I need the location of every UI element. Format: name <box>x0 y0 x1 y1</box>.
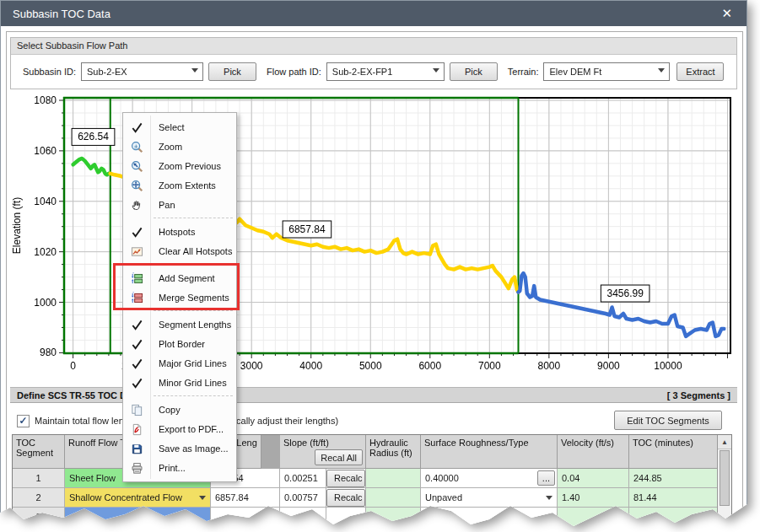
segment-number-cell: 2 <box>13 488 65 508</box>
menu-item-label: Print... <box>159 463 186 473</box>
subbasin-id-select[interactable]: Sub-2-EX <box>81 62 203 81</box>
menu-item-hotspots[interactable]: Hotspots <box>123 222 236 241</box>
runoff-flow-type-cell[interactable] <box>65 508 211 527</box>
runoff-flow-type-cell[interactable]: Shallow Concentrated Flow <box>65 488 211 508</box>
menu-item-copy[interactable]: Copy <box>123 400 236 419</box>
flow-path-id-select[interactable]: Sub-2-EX-FP1 <box>326 62 445 81</box>
toc-section-header: Define SCS TR-55 TOC Data [ 3 Segments ] <box>10 387 737 403</box>
menu-item-zoom-extents[interactable]: Zoom Extents <box>123 175 236 195</box>
svg-text:1080: 1080 <box>34 94 57 106</box>
zoom-icon: ± <box>130 140 143 153</box>
svg-text:Elevation (ft): Elevation (ft) <box>11 197 23 254</box>
slope-value[interactable]: 0.00251 <box>280 469 326 487</box>
highlight-annotation <box>113 263 240 310</box>
flow-length-cell[interactable]: 6857.84 <box>211 488 280 508</box>
col-header-toc-minutes: TOC (minutes) <box>629 435 718 469</box>
extract-button[interactable]: Extract <box>676 62 724 81</box>
terrain-select[interactable]: Elev DEM Ft <box>543 62 670 81</box>
recalc-button[interactable]: Recalc <box>326 470 365 487</box>
svg-text:1000: 1000 <box>34 297 57 309</box>
pick-subbasin-button[interactable]: Pick <box>208 62 256 81</box>
menu-item-pan[interactable]: Pan <box>123 195 236 214</box>
recalc-button[interactable]: Recalc <box>326 489 365 507</box>
toc-minutes-cell: 81.44 <box>629 488 718 508</box>
slope-cell <box>280 508 366 527</box>
menu-item-label: Minor Grid Lines <box>159 378 227 388</box>
col-header-surface-roughness: Surface Roughness/Type <box>421 435 558 469</box>
chevron-down-icon <box>191 68 198 73</box>
menu-item-clear-all-hotspots[interactable]: Clear All Hotspots <box>123 241 236 261</box>
groupbox-title: Select Subbasin Flow Path <box>11 38 736 55</box>
svg-text:0: 0 <box>70 360 76 372</box>
pan-icon <box>130 198 143 212</box>
hydraulic-radius-cell <box>366 488 421 508</box>
col-header-toc-segment: TOC Segment <box>13 435 65 469</box>
svg-text:1020: 1020 <box>34 246 57 258</box>
maintain-length-row: ✓ Maintain total flow length (segments w… <box>10 408 737 433</box>
velocity-cell <box>558 508 629 527</box>
flow-length-cell[interactable] <box>211 508 280 527</box>
menu-item-select[interactable]: Select <box>123 117 236 137</box>
browse-ellipsis-button[interactable]: ... <box>537 470 555 486</box>
menu-item-label: Pan <box>159 200 175 210</box>
scrollbar-thumb[interactable] <box>720 450 730 506</box>
table-scrollbar[interactable]: ▲ <box>717 435 731 527</box>
maintain-length-checkbox[interactable]: ✓ <box>17 415 30 427</box>
svg-text:±: ± <box>133 142 137 149</box>
terrain-label: Terrain: <box>508 67 539 77</box>
chart-canvas: 0100020003000400050006000700080009000100… <box>8 89 739 384</box>
toc-table-header: TOC Segment Runoff Flow Type Flow Length… <box>13 435 718 469</box>
slope-value[interactable]: 0.00757 <box>280 488 326 507</box>
menu-separator <box>123 214 236 222</box>
recal-all-button[interactable]: Recal All <box>315 449 363 465</box>
svg-text:980: 980 <box>40 347 57 358</box>
surface-roughness-cell[interactable] <box>421 508 558 527</box>
table-row: 2Shallow Concentrated Flow6857.840.00757… <box>13 488 718 508</box>
menu-item-label: Export to PDF... <box>159 424 224 434</box>
scroll-up-icon[interactable]: ▲ <box>718 435 731 449</box>
slope-value[interactable] <box>280 508 326 526</box>
menu-item-major-grid-lines[interactable]: Major Grid Lines <box>123 353 236 373</box>
menu-item-minor-grid-lines[interactable]: Minor Grid Lines <box>123 373 236 392</box>
zoom-previous-icon <box>130 159 143 173</box>
svg-text:3000: 3000 <box>240 360 263 372</box>
menu-item-label: Major Grid Lines <box>159 358 227 368</box>
menu-item-zoom[interactable]: ±Zoom <box>123 137 236 156</box>
toc-minutes-cell: 244.85 <box>629 469 718 488</box>
svg-text:7000: 7000 <box>478 360 501 372</box>
svg-text:9000: 9000 <box>597 360 620 372</box>
menu-item-zoom-previous[interactable]: Zoom Previous <box>123 156 236 175</box>
menu-item-save-as-image[interactable]: Save as Image... <box>123 438 236 458</box>
menu-item-label: Copy <box>159 405 181 415</box>
chevron-down-icon <box>546 496 552 500</box>
svg-text:1060: 1060 <box>34 145 57 157</box>
table-row: 1Sheet Flow626.540.00251Recalc0.40000...… <box>13 469 718 488</box>
pdf-icon <box>130 422 143 436</box>
svg-text:10000: 10000 <box>654 360 682 372</box>
menu-item-label: Plot Border <box>159 339 205 349</box>
surface-roughness-cell[interactable]: 0.40000... <box>421 469 558 488</box>
menu-separator <box>123 392 236 400</box>
elevation-profile-chart[interactable]: 0100020003000400050006000700080009000100… <box>8 89 739 384</box>
edit-toc-segments-button[interactable]: Edit TOC Segments <box>614 411 722 430</box>
subbasin-id-label: Subbasin ID: <box>23 67 76 77</box>
zoom-extents-icon <box>130 179 143 192</box>
menu-item-export-to-pdf[interactable]: Export to PDF... <box>123 419 236 438</box>
menu-item-label: Select <box>159 122 185 132</box>
menu-item-print[interactable]: Print... <box>123 458 236 477</box>
check-icon <box>130 357 143 370</box>
flow-path-id-value: Sub-2-EX-FP1 <box>332 67 393 77</box>
toc-section-title: Define SCS TR-55 TOC Data <box>17 390 140 400</box>
col-header-hydraulic-radius: Hydraulic Radius (ft) <box>366 435 421 469</box>
svg-text:626.54: 626.54 <box>78 131 109 142</box>
toc-table-body: 1Sheet Flow626.540.00251Recalc0.40000...… <box>13 469 718 527</box>
surface-roughness-cell[interactable]: Unpaved <box>421 488 558 508</box>
table-row: 3 <box>13 508 718 527</box>
window-title: Subbasin TOC Data <box>13 8 110 20</box>
menu-item-plot-border[interactable]: Plot Border <box>123 334 236 353</box>
menu-item-segment-lengths[interactable]: Segment Lengths <box>123 314 236 334</box>
pick-flow-path-button[interactable]: Pick <box>450 62 498 81</box>
svg-text:6857.84: 6857.84 <box>288 223 326 235</box>
close-icon[interactable]: ✕ <box>719 6 735 21</box>
check-icon <box>130 376 143 390</box>
